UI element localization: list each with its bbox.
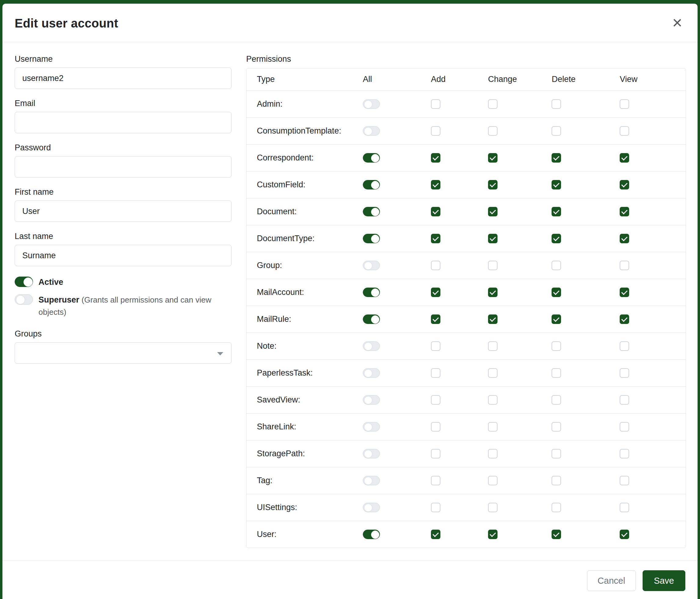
- permission-toggle-all[interactable]: [363, 207, 380, 216]
- permission-checkbox-delete[interactable]: [552, 288, 561, 297]
- permission-toggle-all[interactable]: [363, 341, 380, 351]
- permission-checkbox-add[interactable]: [431, 234, 441, 243]
- email-field[interactable]: [15, 112, 231, 133]
- permission-checkbox-add[interactable]: [431, 126, 441, 136]
- permission-checkbox-add[interactable]: [431, 449, 441, 458]
- permission-checkbox-view[interactable]: [620, 99, 629, 109]
- permission-checkbox-delete[interactable]: [552, 341, 561, 351]
- permission-checkbox-view[interactable]: [620, 288, 629, 297]
- permission-checkbox-delete[interactable]: [552, 476, 561, 485]
- permission-checkbox-delete[interactable]: [552, 261, 561, 270]
- permission-checkbox-delete[interactable]: [552, 126, 561, 136]
- permissions-table: Type All Add Change Delete View Admin:Co…: [247, 69, 686, 548]
- permission-checkbox-add[interactable]: [431, 476, 441, 485]
- permission-checkbox-delete[interactable]: [552, 207, 561, 216]
- permission-checkbox-delete[interactable]: [552, 314, 561, 324]
- permission-checkbox-view[interactable]: [620, 530, 629, 539]
- permission-checkbox-change[interactable]: [488, 476, 498, 485]
- permission-checkbox-view[interactable]: [620, 314, 629, 324]
- permission-toggle-all[interactable]: [363, 288, 380, 297]
- permission-checkbox-delete[interactable]: [552, 422, 561, 432]
- permission-toggle-all[interactable]: [363, 395, 380, 405]
- permission-checkbox-change[interactable]: [488, 503, 498, 512]
- permission-checkbox-add[interactable]: [431, 422, 441, 432]
- permission-checkbox-delete[interactable]: [552, 395, 561, 405]
- permission-checkbox-add[interactable]: [431, 180, 441, 190]
- permission-checkbox-add[interactable]: [431, 530, 441, 539]
- superuser-toggle[interactable]: [15, 294, 33, 305]
- permission-checkbox-change[interactable]: [488, 288, 498, 297]
- permission-checkbox-add[interactable]: [431, 261, 441, 270]
- permission-checkbox-change[interactable]: [488, 99, 498, 109]
- permission-checkbox-delete[interactable]: [552, 530, 561, 539]
- permission-checkbox-change[interactable]: [488, 314, 498, 324]
- permission-checkbox-view[interactable]: [620, 503, 629, 512]
- cancel-button[interactable]: Cancel: [587, 570, 636, 591]
- permission-toggle-all[interactable]: [363, 234, 380, 243]
- permission-checkbox-delete[interactable]: [552, 180, 561, 190]
- permission-checkbox-add[interactable]: [431, 288, 441, 297]
- permission-checkbox-view[interactable]: [620, 126, 629, 136]
- permission-checkbox-change[interactable]: [488, 449, 498, 458]
- permission-checkbox-view[interactable]: [620, 153, 629, 163]
- permission-checkbox-change[interactable]: [488, 395, 498, 405]
- permission-checkbox-change[interactable]: [488, 126, 498, 136]
- username-input[interactable]: [15, 68, 231, 89]
- permission-toggle-all[interactable]: [363, 476, 380, 485]
- permission-checkbox-view[interactable]: [620, 207, 629, 216]
- first-name-field[interactable]: [15, 200, 231, 222]
- permission-toggle-all[interactable]: [363, 153, 380, 163]
- save-button[interactable]: Save: [643, 570, 685, 591]
- permission-checkbox-change[interactable]: [488, 234, 498, 243]
- groups-select[interactable]: [15, 342, 231, 364]
- permission-checkbox-view[interactable]: [620, 234, 629, 243]
- permissions-table-wrap: Type All Add Change Delete View Admin:Co…: [246, 68, 686, 548]
- permission-toggle-all[interactable]: [363, 261, 380, 270]
- close-icon[interactable]: ×: [670, 17, 684, 29]
- permission-checkbox-change[interactable]: [488, 261, 498, 270]
- permission-checkbox-view[interactable]: [620, 180, 629, 190]
- permission-checkbox-add[interactable]: [431, 153, 441, 163]
- permission-checkbox-add[interactable]: [431, 341, 441, 351]
- permission-toggle-all[interactable]: [363, 422, 380, 432]
- permission-checkbox-add[interactable]: [431, 207, 441, 216]
- permission-toggle-all[interactable]: [363, 503, 380, 512]
- permission-checkbox-change[interactable]: [488, 341, 498, 351]
- permission-checkbox-change[interactable]: [488, 207, 498, 216]
- password-field[interactable]: [15, 156, 231, 177]
- permission-checkbox-change[interactable]: [488, 422, 498, 432]
- active-label-text: Active: [39, 278, 63, 287]
- permission-checkbox-add[interactable]: [431, 503, 441, 512]
- permission-toggle-all[interactable]: [363, 449, 380, 458]
- permission-checkbox-delete[interactable]: [552, 503, 561, 512]
- permission-checkbox-view[interactable]: [620, 449, 629, 458]
- permission-checkbox-delete[interactable]: [552, 99, 561, 109]
- permission-checkbox-view[interactable]: [620, 422, 629, 432]
- permission-checkbox-delete[interactable]: [552, 153, 561, 163]
- permission-checkbox-change[interactable]: [488, 153, 498, 163]
- permission-toggle-all[interactable]: [363, 314, 380, 324]
- permission-row: User:: [247, 521, 686, 548]
- permission-checkbox-delete[interactable]: [552, 368, 561, 378]
- last-name-field[interactable]: [15, 245, 231, 266]
- permission-checkbox-view[interactable]: [620, 476, 629, 485]
- permission-toggle-all[interactable]: [363, 530, 380, 539]
- permission-checkbox-change[interactable]: [488, 180, 498, 190]
- permission-checkbox-change[interactable]: [488, 368, 498, 378]
- permission-checkbox-view[interactable]: [620, 368, 629, 378]
- permission-checkbox-delete[interactable]: [552, 449, 561, 458]
- permission-checkbox-change[interactable]: [488, 530, 498, 539]
- permission-checkbox-add[interactable]: [431, 314, 441, 324]
- permission-checkbox-add[interactable]: [431, 368, 441, 378]
- permission-checkbox-delete[interactable]: [552, 234, 561, 243]
- permission-toggle-all[interactable]: [363, 368, 380, 378]
- active-toggle[interactable]: [15, 277, 33, 287]
- permission-toggle-all[interactable]: [363, 180, 380, 190]
- permission-checkbox-view[interactable]: [620, 261, 629, 270]
- permission-checkbox-view[interactable]: [620, 341, 629, 351]
- permission-toggle-all[interactable]: [363, 126, 380, 136]
- permission-toggle-all[interactable]: [363, 99, 380, 109]
- permission-checkbox-view[interactable]: [620, 395, 629, 405]
- permission-checkbox-add[interactable]: [431, 395, 441, 405]
- permission-checkbox-add[interactable]: [431, 99, 441, 109]
